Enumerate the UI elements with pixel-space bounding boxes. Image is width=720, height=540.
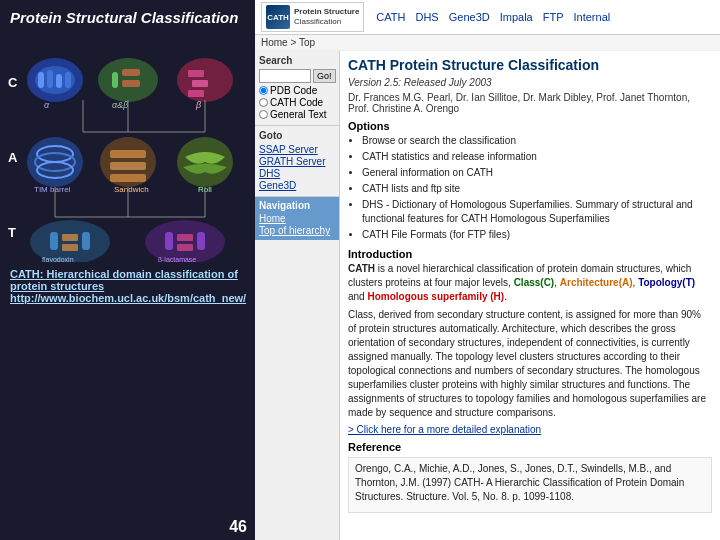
click-here-link[interactable]: > Click here for a more detailed explana…: [348, 424, 541, 435]
ssap-server-link[interactable]: SSAP Server: [259, 144, 335, 155]
svg-rect-49: [165, 232, 173, 250]
svg-text:TIM barrel: TIM barrel: [34, 185, 71, 194]
intro-paragraph-1: CATH is a novel hierarchical classificat…: [348, 262, 712, 304]
reference-text: Orengo, C.A., Michie, A.D., Jones, S., J…: [355, 462, 705, 504]
reference-box: Orengo, C.A., Michie, A.D., Jones, S., J…: [348, 457, 712, 513]
left-bottom: CATH: Hierarchical domain classification…: [0, 262, 255, 312]
search-input[interactable]: [259, 69, 311, 83]
pdb-code-radio[interactable]: [259, 86, 268, 95]
nav-link-internal[interactable]: Internal: [574, 11, 611, 23]
article-heading: CATH Protein Structure Classification: [348, 57, 712, 73]
svg-rect-19: [188, 90, 204, 97]
sidebar: Search Go! PDB Code CATH Code General Te…: [255, 51, 340, 540]
top-of-hierarchy-link[interactable]: Top of hierarchy: [259, 225, 335, 236]
general-text-option: General Text: [259, 109, 335, 120]
cath-link[interactable]: CATH: Hierarchical domain classification…: [10, 268, 238, 292]
search-title: Search: [259, 55, 335, 66]
slide-number: 46: [229, 518, 247, 536]
svg-rect-12: [112, 72, 118, 88]
left-panel: Protein Structural Classification C A T …: [0, 0, 255, 540]
cath-code-option: CATH Code: [259, 97, 335, 108]
breadcrumb: Home > Top: [255, 35, 720, 51]
cath-url[interactable]: http://www.biochem.ucl.ac.uk/bsm/cath_ne…: [10, 292, 246, 304]
svg-rect-45: [82, 232, 90, 250]
nav-link-impala[interactable]: Impala: [500, 11, 533, 23]
svg-rect-8: [56, 74, 62, 88]
right-panel: CATH Protein Structure Classification CA…: [255, 0, 720, 540]
cath-code-label: CATH Code: [270, 97, 323, 108]
option-item: CATH statistics and release information: [362, 150, 712, 164]
svg-rect-51: [177, 244, 193, 251]
option-item: DHS - Dictionary of Homologous Superfami…: [362, 198, 712, 226]
svg-rect-33: [110, 174, 146, 182]
option-item: General information on CATH: [362, 166, 712, 180]
svg-text:α: α: [44, 100, 50, 110]
cath-code-radio[interactable]: [259, 98, 268, 107]
goto-title: Goto: [259, 130, 335, 141]
logo-area: CATH Protein Structure Classification: [261, 3, 364, 31]
pdb-code-label: PDB Code: [270, 85, 317, 96]
nav-link-dhs[interactable]: DHS: [415, 11, 438, 23]
nav-link-cath[interactable]: CATH: [376, 11, 405, 23]
nav-links: CATH DHS Gene3D Impala FTP Internal: [376, 11, 610, 23]
svg-text:A: A: [8, 150, 18, 165]
svg-rect-50: [177, 234, 193, 241]
reference-title: Reference: [348, 441, 712, 453]
svg-text:β-lactamase: β-lactamase: [158, 256, 196, 262]
go-button[interactable]: Go!: [313, 69, 336, 83]
svg-rect-32: [110, 162, 146, 170]
top-nav-bar: CATH Protein Structure Classification CA…: [255, 0, 720, 35]
left-link: http://www.biochem.ucl.ac.uk/bsm/cath_ne…: [10, 292, 245, 304]
protein-diagram: C A T α α&β β: [0, 32, 255, 262]
options-title: Options: [348, 120, 712, 132]
left-description: CATH: Hierarchical domain classification…: [10, 268, 245, 292]
svg-rect-31: [110, 150, 146, 158]
option-item: Browse or search the classification: [362, 134, 712, 148]
svg-text:flavodoxin: flavodoxin: [42, 256, 74, 262]
goto-section: Goto SSAP Server GRATH Server DHS Gene3D: [255, 126, 339, 197]
svg-rect-18: [192, 80, 208, 87]
svg-text:T: T: [8, 225, 16, 240]
gene3d-link[interactable]: Gene3D: [259, 180, 335, 191]
authors: Dr. Frances M.G. Pearl, Dr. Ian Sillitoe…: [348, 92, 712, 114]
home-nav-link[interactable]: Home: [259, 213, 335, 224]
nav-link-ftp[interactable]: FTP: [543, 11, 564, 23]
svg-rect-9: [65, 72, 71, 88]
svg-rect-6: [38, 72, 44, 88]
dhs-link[interactable]: DHS: [259, 168, 335, 179]
svg-text:Sandwich: Sandwich: [114, 185, 149, 194]
intro-paragraph-2: Class, derived from secondary structure …: [348, 308, 712, 420]
article: CATH Protein Structure Classification Ve…: [340, 51, 720, 540]
svg-text:α&β: α&β: [112, 100, 128, 110]
svg-text:C: C: [8, 75, 18, 90]
svg-rect-7: [47, 70, 53, 88]
svg-rect-42: [50, 232, 58, 250]
svg-rect-13: [122, 69, 140, 76]
search-input-row: Go!: [259, 69, 335, 83]
general-text-radio[interactable]: [259, 110, 268, 119]
nav-section: Navigation Home Top of hierarchy: [255, 197, 339, 240]
nav-link-gene3d[interactable]: Gene3D: [449, 11, 490, 23]
pdb-code-option: PDB Code: [259, 85, 335, 96]
search-section: Search Go! PDB Code CATH Code General Te…: [255, 51, 339, 126]
main-content: Search Go! PDB Code CATH Code General Te…: [255, 51, 720, 540]
grath-server-link[interactable]: GRATH Server: [259, 156, 335, 167]
intro-title: Introduction: [348, 248, 712, 260]
svg-rect-43: [62, 234, 78, 241]
left-title: Protein Structural Classification: [0, 0, 255, 32]
option-item: CATH File Formats (for FTP files): [362, 228, 712, 242]
options-list: Browse or search the classification CATH…: [362, 134, 712, 242]
nav-section-title: Navigation: [259, 200, 335, 211]
svg-rect-17: [188, 70, 204, 77]
svg-rect-14: [122, 80, 140, 87]
general-text-label: General Text: [270, 109, 327, 120]
svg-rect-44: [62, 244, 78, 251]
version-date: Version 2.5: Released July 2003: [348, 77, 712, 88]
svg-rect-52: [197, 232, 205, 250]
svg-text:β: β: [195, 100, 201, 110]
option-item: CATH lists and ftp site: [362, 182, 712, 196]
